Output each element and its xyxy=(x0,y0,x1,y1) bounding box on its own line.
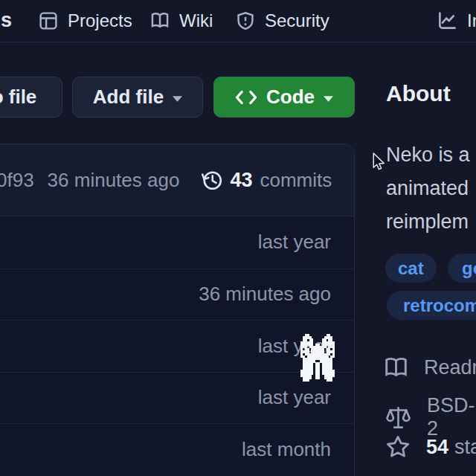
book-icon xyxy=(150,11,170,30)
license-label: BSD-2 xyxy=(427,394,476,440)
stars-count: 54 xyxy=(426,436,448,458)
file-row-time: 36 minutes ago xyxy=(199,283,331,306)
tab-insights-label: In xyxy=(467,10,476,31)
add-file-button[interactable]: Add file xyxy=(72,77,203,118)
go-to-file-button[interactable]: o file xyxy=(0,77,62,118)
file-row[interactable]: 36 minutes ago xyxy=(0,268,354,321)
file-row[interactable]: last year xyxy=(0,216,354,268)
repo-description: Neko is a animated reimplem xyxy=(386,138,470,239)
stars-link[interactable]: 54sta xyxy=(385,434,476,460)
readme-label: Readm xyxy=(424,356,476,379)
tab-projects-label: Projects xyxy=(68,10,132,31)
table-icon xyxy=(39,11,58,30)
files-panel: 0f93 36 minutes ago 43 commits last year… xyxy=(0,144,355,476)
law-scales-icon xyxy=(385,405,411,431)
code-button-label: Code xyxy=(266,86,315,109)
topic-tag-retrocomputing[interactable]: retrocomp xyxy=(387,291,476,320)
commit-time: 36 minutes ago xyxy=(48,169,180,192)
add-file-label: Add file xyxy=(93,86,164,109)
tab-security-label: Security xyxy=(265,10,329,31)
readme-link[interactable]: Readm xyxy=(384,356,476,380)
description-line: Neko is a xyxy=(386,138,470,172)
repo-nav: s Projects Wiki Security xyxy=(0,0,476,42)
file-row[interactable]: last month xyxy=(0,423,354,475)
go-to-file-label: o file xyxy=(0,86,36,109)
description-line: reimplem xyxy=(386,205,470,239)
shield-exclamation-icon xyxy=(236,11,255,30)
file-row-time: last year xyxy=(258,386,331,409)
file-row-time: last year xyxy=(258,231,331,254)
topic-tag-cat[interactable]: cat xyxy=(385,254,437,283)
license-link[interactable]: BSD-2 xyxy=(385,394,476,440)
topic-tag-go[interactable]: go xyxy=(448,254,476,283)
code-button[interactable]: Code xyxy=(213,77,355,118)
tab-security[interactable]: Security xyxy=(236,0,329,41)
description-line: animated xyxy=(386,172,470,205)
about-heading: About xyxy=(386,81,451,106)
latest-commit-bar: 0f93 36 minutes ago 43 commits xyxy=(0,144,354,216)
book-icon xyxy=(384,356,408,380)
tab-projects[interactable]: Projects xyxy=(39,0,132,41)
commit-hash-link[interactable]: 0f93 xyxy=(0,169,34,192)
mouse-cursor-icon xyxy=(373,152,385,171)
tab-wiki[interactable]: Wiki xyxy=(150,0,213,41)
star-icon xyxy=(385,434,411,460)
tab-wiki-label: Wiki xyxy=(179,10,213,31)
tab-insights[interactable]: In xyxy=(437,0,476,41)
neko-cat-sprite xyxy=(300,334,335,382)
commits-count-link[interactable]: 43 xyxy=(230,169,252,192)
commits-label: commits xyxy=(260,169,332,192)
stars-label: sta xyxy=(454,436,476,458)
chevron-down-icon xyxy=(324,96,333,102)
history-icon xyxy=(201,169,223,191)
nav-partial-tab[interactable]: s xyxy=(1,9,12,32)
chevron-down-icon xyxy=(173,96,182,102)
graph-icon xyxy=(437,10,457,31)
code-icon xyxy=(235,90,257,105)
file-row-time: last month xyxy=(242,438,331,461)
